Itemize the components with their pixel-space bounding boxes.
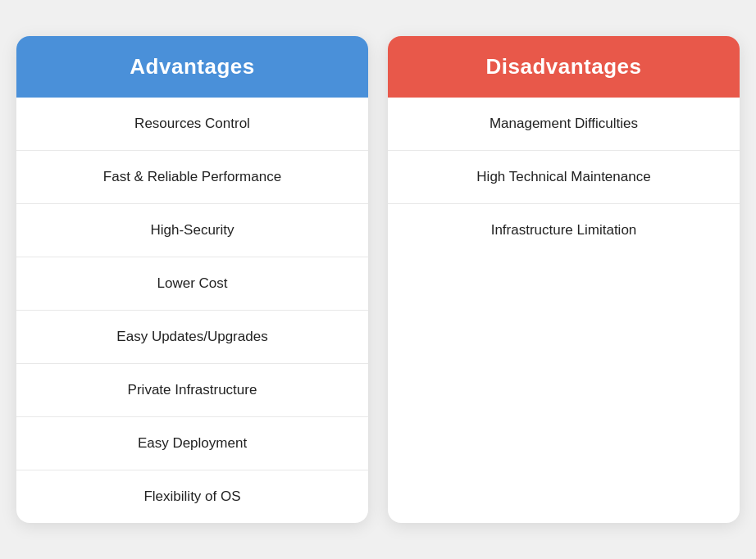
disadvantages-card: Disadvantages Management DifficultiesHig… bbox=[388, 36, 740, 523]
advantages-title: Advantages bbox=[30, 54, 355, 80]
advantages-item: Private Infrastructure bbox=[16, 364, 368, 417]
disadvantages-item: High Technical Maintenance bbox=[388, 151, 740, 204]
advantages-item: Flexibility of OS bbox=[16, 470, 368, 523]
advantages-item: Lower Cost bbox=[16, 257, 368, 311]
advantages-card: Advantages Resources ControlFast & Relia… bbox=[16, 36, 368, 523]
advantages-body: Resources ControlFast & Reliable Perform… bbox=[16, 98, 368, 523]
advantages-header: Advantages bbox=[16, 36, 368, 98]
advantages-item: High-Security bbox=[16, 204, 368, 257]
advantages-item: Fast & Reliable Performance bbox=[16, 151, 368, 204]
advantages-item: Easy Updates/Upgrades bbox=[16, 311, 368, 364]
disadvantages-title: Disadvantages bbox=[401, 54, 726, 80]
advantages-item: Easy Deployment bbox=[16, 417, 368, 470]
advantages-item: Resources Control bbox=[16, 98, 368, 151]
disadvantages-header: Disadvantages bbox=[388, 36, 740, 98]
disadvantages-item: Infrastructure Limitation bbox=[388, 204, 740, 257]
comparison-container: Advantages Resources ControlFast & Relia… bbox=[16, 36, 740, 523]
disadvantages-item: Management Difficulties bbox=[388, 98, 740, 151]
disadvantages-body: Management DifficultiesHigh Technical Ma… bbox=[388, 98, 740, 257]
